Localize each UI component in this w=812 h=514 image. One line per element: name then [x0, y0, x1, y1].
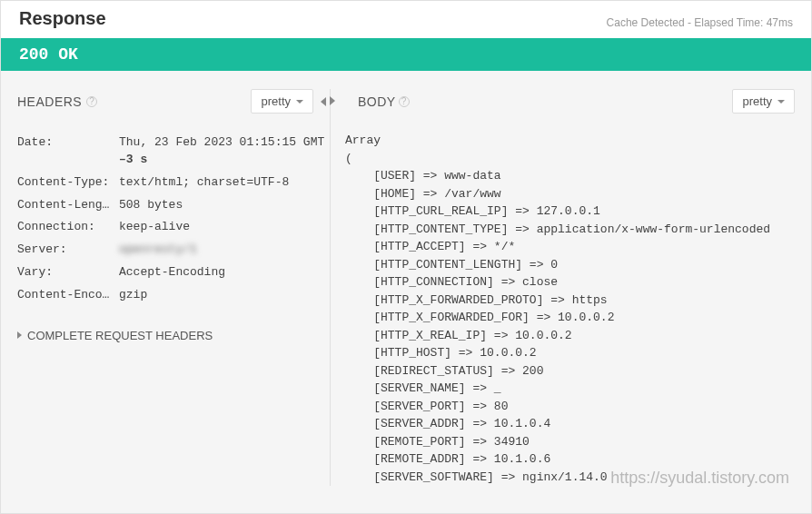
help-icon[interactable]: ? [86, 96, 97, 107]
header-key: Vary: [17, 264, 119, 282]
expand-icon [17, 331, 22, 339]
body-title: BODY ? [358, 94, 410, 109]
header-key: Content-Leng… [17, 197, 119, 214]
status-bar: 200 OK [1, 38, 811, 71]
header-row: Server:openresty/1 [17, 239, 326, 262]
collapse-body-icon[interactable] [330, 96, 335, 105]
headers-format-dropdown[interactable]: pretty [251, 89, 313, 114]
headers-pane: HEADERS ? pretty Date:Thu, 23 Feb 2023 0… [17, 89, 326, 486]
header-value: Accept-Encoding [119, 264, 326, 282]
header-key: Connection: [17, 219, 119, 236]
header-row: Content-Leng…508 bytes [17, 194, 326, 217]
top-bar: Response Cache Detected - Elapsed Time: … [1, 1, 811, 38]
header-value: keep-alive [119, 219, 326, 236]
chevron-down-icon [777, 100, 785, 104]
chevron-down-icon [296, 100, 303, 104]
page-title: Response [19, 8, 106, 29]
header-row: Date:Thu, 23 Feb 2023 01:15:15 GMT –3 s [17, 132, 326, 172]
header-value: Thu, 23 Feb 2023 01:15:15 GMT –3 s [119, 134, 326, 169]
header-value: 508 bytes [119, 197, 326, 214]
header-row: Connection:keep-alive [17, 216, 326, 239]
header-row: Content-Type:text/html; charset=UTF-8 [17, 172, 326, 194]
header-value: openresty/1 [119, 242, 326, 259]
body-title-text: BODY [358, 94, 396, 109]
headers-format-label: pretty [261, 94, 291, 108]
body-format-dropdown[interactable]: pretty [732, 89, 795, 114]
body-pane: BODY ? pretty Array ( [USER] => www-data… [330, 89, 795, 486]
elapsed-meta: Cache Detected - Elapsed Time: 47ms [607, 16, 793, 29]
header-key: Server: [17, 242, 119, 259]
headers-title: HEADERS ? [17, 94, 97, 109]
collapse-headers-icon[interactable] [321, 97, 326, 106]
header-value: text/html; charset=UTF-8 [119, 174, 326, 192]
complete-headers-label: COMPLETE REQUEST HEADERS [27, 329, 213, 342]
headers-table: Date:Thu, 23 Feb 2023 01:15:15 GMT –3 sC… [17, 132, 326, 307]
header-row: Vary:Accept-Encoding [17, 262, 326, 284]
header-key: Content-Enco… [17, 287, 119, 304]
header-key: Content-Type: [17, 174, 119, 192]
body-format-label: pretty [742, 94, 772, 108]
complete-request-headers[interactable]: COMPLETE REQUEST HEADERS [17, 329, 326, 342]
content-area: HEADERS ? pretty Date:Thu, 23 Feb 2023 0… [1, 71, 811, 486]
help-icon[interactable]: ? [399, 96, 410, 107]
headers-title-text: HEADERS [17, 94, 82, 109]
header-value: gzip [119, 287, 326, 304]
header-key: Date: [17, 134, 119, 169]
body-content: Array ( [USER] => www-data [HOME] => /va… [345, 132, 795, 486]
header-row: Content-Enco…gzip [17, 284, 326, 307]
